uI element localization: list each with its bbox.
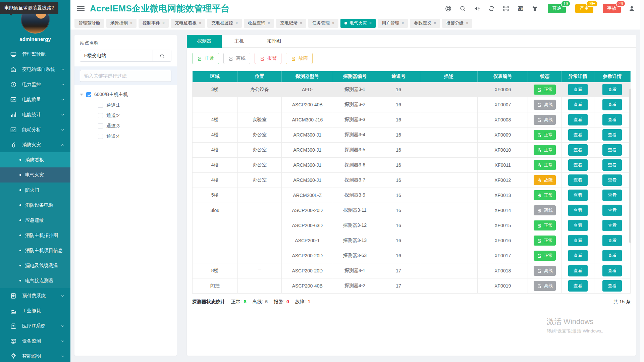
view-param-detail-button[interactable]: 查看 (602, 265, 622, 276)
filter-button-offline[interactable]: 离线 (223, 53, 250, 64)
view-param-detail-button[interactable]: 查看 (602, 84, 622, 95)
tabbar-tab[interactable]: 电气火灾× (340, 19, 376, 28)
tree-root-checkbox[interactable] (86, 92, 91, 97)
view-param-detail-button[interactable]: 查看 (602, 250, 622, 261)
close-tab-icon[interactable]: × (434, 21, 436, 25)
sidebar-item-smart-lighting[interactable]: 智能照明 (0, 349, 70, 362)
close-tab-icon[interactable]: × (332, 21, 334, 25)
view-param-detail-button[interactable]: 查看 (602, 144, 622, 156)
close-tab-icon[interactable]: × (162, 21, 165, 25)
table-scrollbar[interactable] (629, 89, 631, 243)
panel-tab[interactable]: 主机 (222, 35, 257, 48)
close-tab-icon[interactable]: × (268, 21, 270, 25)
sidebar-item-device-monitor[interactable]: 设备监测 (0, 333, 70, 349)
tree-child-node[interactable]: 通道:4 (80, 131, 171, 142)
close-tab-icon[interactable]: × (235, 21, 238, 25)
translate-icon[interactable]: A 文 (517, 5, 524, 12)
tabbar-tab[interactable]: 充电桩监控× (207, 19, 242, 28)
sidebar-subitem-fire-equipment-power[interactable]: 消防设备电源 (0, 198, 70, 213)
view-anomaly-detail-button[interactable]: 查看 (568, 144, 588, 156)
view-param-detail-button[interactable]: 查看 (602, 99, 622, 110)
view-anomaly-detail-button[interactable]: 查看 (568, 265, 588, 276)
tabbar-tab[interactable]: 参数定义× (410, 19, 440, 28)
filter-button-fault[interactable]: 故障 (286, 53, 313, 64)
tree-child-checkbox[interactable] (98, 103, 103, 108)
tree-root-node[interactable]: 6000/B主机主机 (80, 89, 171, 100)
view-param-detail-button[interactable]: 查看 (602, 205, 622, 216)
view-param-detail-button[interactable]: 查看 (602, 235, 622, 246)
view-anomaly-detail-button[interactable]: 查看 (568, 205, 588, 216)
view-anomaly-detail-button[interactable]: 查看 (568, 84, 588, 95)
search-icon[interactable] (459, 5, 466, 12)
sidebar-subitem-emergency-evacuation[interactable]: 应急疏散 (0, 213, 70, 228)
sidebar-subitem-leakage-cable-temp[interactable]: 漏电及线缆测温 (0, 258, 70, 273)
tree-child-checkbox[interactable] (98, 123, 103, 128)
tabbar-tab[interactable]: 充电记录× (276, 19, 306, 28)
tabbar-tab[interactable]: 充电桩看板× (171, 19, 205, 28)
tree-child-node[interactable]: 通道:1 (80, 100, 171, 110)
view-anomaly-detail-button[interactable]: 查看 (568, 235, 588, 246)
lifebuoy-icon[interactable] (445, 5, 452, 12)
view-anomaly-detail-button[interactable]: 查看 (568, 190, 588, 201)
tree-filter-input[interactable] (80, 70, 171, 82)
close-tab-icon[interactable]: × (369, 21, 372, 25)
sidebar-subitem-fire-board[interactable]: 消防看板 (0, 152, 70, 167)
close-tab-icon[interactable]: × (401, 21, 404, 25)
sidebar-item-substation-system[interactable]: 变电站综自系统 (0, 62, 70, 77)
view-param-detail-button[interactable]: 查看 (602, 114, 622, 125)
sidebar-subitem-electrical-fire[interactable]: 电气火灾 (0, 167, 70, 183)
view-anomaly-detail-button[interactable]: 查看 (568, 99, 588, 110)
sidebar-subitem-electrical-contact-temp[interactable]: 电气接点测温 (0, 273, 70, 288)
view-anomaly-detail-button[interactable]: 查看 (568, 280, 588, 292)
speaker-icon[interactable] (474, 5, 481, 12)
alarm-badge-normal[interactable]: 普通19 (548, 4, 566, 13)
tree-child-checkbox[interactable] (98, 134, 103, 139)
view-param-detail-button[interactable]: 查看 (602, 129, 622, 141)
refresh-icon[interactable] (488, 5, 495, 12)
tabbar-tab[interactable]: 场景控制× (106, 19, 137, 28)
sidebar-item-industrial-energy[interactable]: 工业能耗 (0, 303, 70, 318)
menu-toggle-icon[interactable] (77, 6, 85, 11)
panel-tab[interactable]: 探测器 (187, 35, 222, 48)
view-anomaly-detail-button[interactable]: 查看 (568, 159, 588, 171)
view-param-detail-button[interactable]: 查看 (602, 174, 622, 186)
tabbar-tab[interactable]: 报警分级× (442, 19, 472, 28)
alarm-badge-severe[interactable]: 严重99+ (575, 4, 593, 13)
tree-child-node[interactable]: 通道:3 (80, 121, 171, 131)
tabbar-tab[interactable]: 任务管理× (308, 19, 338, 28)
expand-icon[interactable] (502, 5, 509, 12)
sidebar-item-power-stats[interactable]: 电能统计 (0, 107, 70, 122)
close-tab-icon[interactable]: × (466, 21, 468, 25)
view-anomaly-detail-button[interactable]: 查看 (568, 114, 588, 125)
sidebar-item-power-quality[interactable]: 电能质量 (0, 92, 70, 107)
view-param-detail-button[interactable]: 查看 (602, 220, 622, 231)
sidebar-item-fire-safety[interactable]: 消防火灾 (0, 137, 70, 152)
sidebar-item-medical-it[interactable]: 医疗IT系统 (0, 318, 70, 333)
tabbar-tab[interactable]: 控制事件× (139, 19, 169, 28)
close-tab-icon[interactable]: × (199, 21, 201, 25)
sidebar-subitem-fire-door[interactable]: 防火门 (0, 183, 70, 198)
view-param-detail-button[interactable]: 查看 (602, 190, 622, 201)
view-param-detail-button[interactable]: 查看 (602, 280, 622, 292)
tabbar-tab[interactable]: 管理驾驶舱 (74, 19, 104, 28)
view-anomaly-detail-button[interactable]: 查看 (568, 174, 588, 186)
close-tab-icon[interactable]: × (300, 21, 302, 25)
view-anomaly-detail-button[interactable]: 查看 (568, 220, 588, 231)
sidebar-item-prepaid-system[interactable]: 预付费系统 (0, 288, 70, 303)
filter-button-alarm[interactable]: 报警 (255, 53, 281, 64)
view-param-detail-button[interactable]: 查看 (602, 159, 622, 171)
tree-caret-icon[interactable] (80, 94, 83, 97)
tree-child-checkbox[interactable] (98, 113, 103, 118)
station-search-button[interactable] (153, 50, 171, 62)
view-anomaly-detail-button[interactable]: 查看 (568, 129, 588, 141)
station-search-input[interactable] (80, 50, 153, 62)
sidebar-item-dashboard[interactable]: 管理驾驶舱 (0, 47, 70, 62)
close-tab-icon[interactable]: × (130, 21, 132, 25)
user-icon[interactable] (628, 5, 635, 12)
sidebar-item-power-monitor[interactable]: 电力监控 (0, 77, 70, 92)
alarm-badge-accident[interactable]: 事故26 (603, 4, 621, 13)
browser-scrollbar[interactable] (640, 0, 644, 362)
tshirt-icon[interactable] (531, 5, 538, 12)
tabbar-tab[interactable]: 收益查询× (244, 19, 274, 28)
panel-tab[interactable]: 拓扑图 (257, 35, 291, 48)
